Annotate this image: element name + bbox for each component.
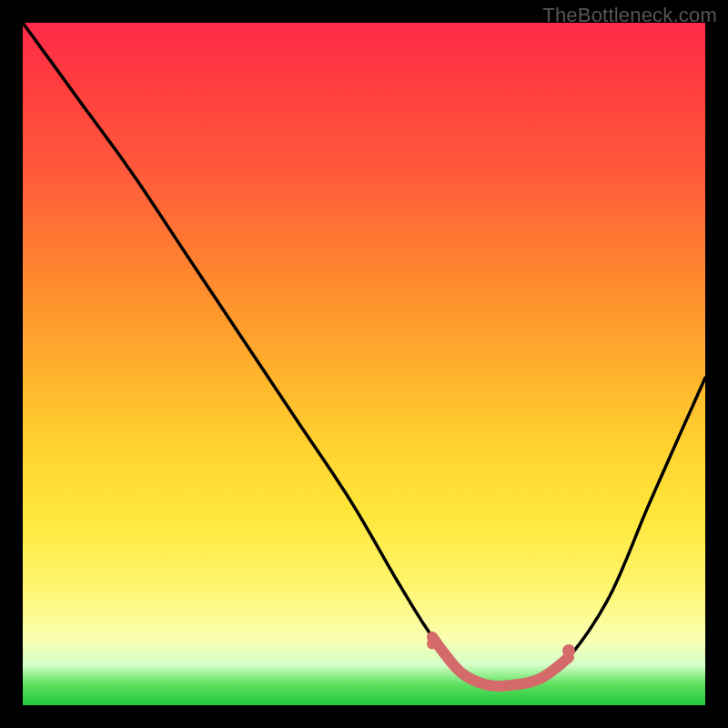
range-end-marker xyxy=(562,644,575,657)
curve-svg xyxy=(23,23,705,705)
chart-frame: TheBottleneck.com xyxy=(0,0,728,728)
range-mid-marker-b xyxy=(482,681,491,690)
bottleneck-curve xyxy=(23,23,705,686)
optimal-range-highlight xyxy=(432,637,569,686)
range-mid-marker-c xyxy=(510,681,519,690)
range-start-marker xyxy=(427,639,438,650)
range-mid-marker-d xyxy=(537,673,546,682)
plot-area xyxy=(23,23,705,705)
range-mid-marker-a xyxy=(455,667,464,676)
